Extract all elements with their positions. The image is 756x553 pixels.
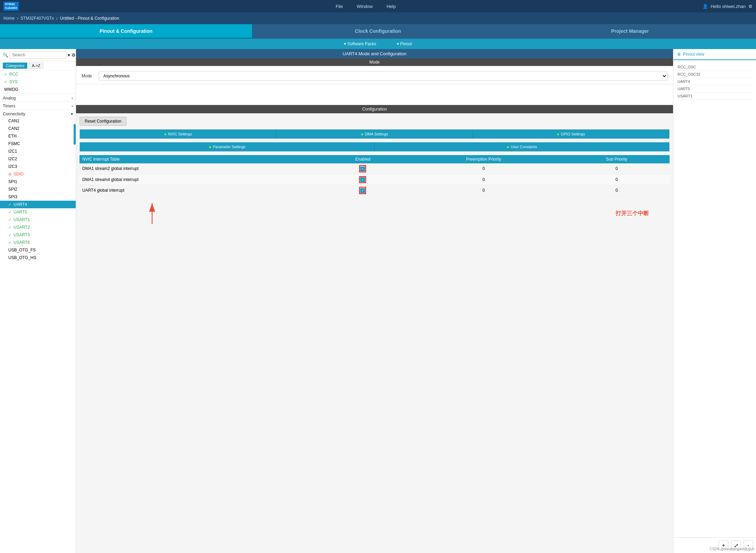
- sidebar-item-eth[interactable]: ETH: [0, 132, 76, 140]
- sidebar-item-uart5[interactable]: ✓ UART5: [0, 208, 76, 216]
- sidebar-item-usart3[interactable]: ✓ USART3: [0, 231, 76, 239]
- sidebar-categories: Categories A->Z: [0, 61, 76, 70]
- sidebar-item-i2c1[interactable]: I2C1: [0, 147, 76, 155]
- sub-bar-software-packs[interactable]: ▾ Software Packs: [344, 41, 376, 46]
- nvic-row-uart4-name: UART4 global interrupt: [80, 185, 322, 196]
- sidebar-section-timers[interactable]: Timers ›: [0, 101, 76, 109]
- sidebar-item-spi2[interactable]: SPI2: [0, 185, 76, 193]
- sidebar-item-label-uart5: UART5: [13, 210, 27, 214]
- menu-help[interactable]: Help: [386, 4, 396, 9]
- mode-row: Mode Asynchronous Synchronous Disable: [82, 71, 668, 80]
- sidebar-item-sdio[interactable]: ⊘ SDIO: [0, 170, 76, 178]
- sidebar-item-label-spi1: SPI1: [8, 179, 17, 184]
- tab-clock[interactable]: Clock Configuration: [252, 24, 504, 39]
- tab-user-constants[interactable]: ● User Constants: [375, 142, 670, 151]
- chevron-right-icon-timers: ›: [72, 104, 73, 108]
- sidebar: 🔍 ▾ ⚙ Categories A->Z ✓ RCC ✓ SYS WWDG A…: [0, 49, 76, 553]
- sidebar-item-label-spi3: SPI3: [8, 194, 17, 199]
- nvic-interrupt-table: NVIC Interrupt Table Enabled Preemption …: [80, 155, 670, 196]
- sidebar-item-can2[interactable]: CAN2: [0, 125, 76, 132]
- search-dropdown-icon[interactable]: ▾: [68, 53, 70, 58]
- breadcrumb-sep-1: ›: [17, 15, 18, 21]
- tab-project-manager[interactable]: Project Manager: [504, 24, 756, 39]
- sidebar-item-sys[interactable]: ✓ SYS: [0, 78, 76, 86]
- top-menu-bar: STM32 CubeMX File Window Help 👤 Hello sh…: [0, 0, 756, 12]
- check-icon-usart3: ✓: [8, 233, 11, 237]
- pinout-label-uart5: UART5: [677, 85, 753, 93]
- search-input[interactable]: [10, 51, 66, 59]
- sidebar-item-label-usart6: USART6: [13, 240, 30, 245]
- sidebar-item-wwdg[interactable]: WWDG: [0, 86, 76, 93]
- az-button[interactable]: A->Z: [29, 63, 43, 69]
- sidebar-item-i2c2[interactable]: I2C2: [0, 155, 76, 163]
- nvic-row-dma1-stream2-name: DMA1 stream2 global interrupt: [80, 163, 322, 174]
- tab-gpio-settings[interactable]: ● GPIO Settings: [473, 130, 669, 139]
- mode-select[interactable]: Asynchronous Synchronous Disable: [99, 71, 668, 80]
- checkbox-highlight-3: ✓: [359, 187, 366, 194]
- sidebar-item-label-usart3: USART3: [13, 232, 30, 237]
- pinout-label-usart1: USART1: [677, 93, 753, 100]
- sidebar-item-label-usart1: USART1: [13, 217, 30, 222]
- sidebar-item-label-uart4: UART4: [13, 202, 27, 207]
- dot-nvic: ●: [164, 131, 167, 137]
- uart-config-header: UART4 Mode and Configuration: [76, 49, 673, 58]
- tab-dma-settings[interactable]: ● DMA Settings: [276, 130, 473, 139]
- sidebar-item-can1[interactable]: CAN1: [0, 117, 76, 125]
- nvic-row-dma1-stream2-preemption: 0: [403, 163, 563, 174]
- reset-configuration-button[interactable]: Reset Configuration: [80, 117, 127, 126]
- sidebar-item-i2c3[interactable]: I2C3: [0, 163, 76, 170]
- settings-icon[interactable]: ⚙: [748, 4, 753, 9]
- categories-button[interactable]: Categories: [3, 63, 27, 69]
- sidebar-item-label-sdio: SDIO: [13, 172, 24, 177]
- sidebar-item-label-usart2: USART2: [13, 225, 30, 230]
- pinout-labels: RCC_OSC RCC_OSC32 UART4 UART5 USART1: [673, 60, 756, 103]
- logo-area: STM32 CubeMX: [3, 2, 19, 11]
- breadcrumb-device[interactable]: STM32F407VGTx: [20, 16, 54, 21]
- checkbox-dma1-stream2[interactable]: ✓: [360, 166, 365, 171]
- app-logo: STM32 CubeMX: [3, 2, 19, 11]
- sub-bar-pinout[interactable]: ▾ Pinout: [397, 41, 412, 46]
- dot-dma: ●: [361, 131, 363, 137]
- tab-parameter-settings[interactable]: ● Parameter Settings: [80, 142, 375, 151]
- scroll-thumb[interactable]: [74, 124, 76, 145]
- nvic-row-dma1-stream2-enabled[interactable]: ✓: [322, 163, 404, 174]
- tab-nvic-settings[interactable]: ● NVIC Settings: [80, 130, 276, 139]
- settings-gear-icon[interactable]: ⚙: [72, 53, 76, 58]
- tab-pinout[interactable]: Pinout & Configuration: [0, 24, 252, 39]
- pinout-view-button[interactable]: 🖥 Pinout view: [673, 49, 756, 60]
- sidebar-item-fsmc[interactable]: FSMC: [0, 140, 76, 147]
- breadcrumb-project[interactable]: Untitled - Pinout & Configuration: [60, 16, 119, 21]
- menu-file[interactable]: File: [336, 4, 343, 9]
- mode-section-header: Mode: [76, 58, 673, 66]
- config-tabs-2: ● Parameter Settings ● User Constants: [80, 142, 670, 152]
- error-icon-sdio: ⊘: [8, 172, 11, 177]
- nvic-row-dma1-stream4-enabled[interactable]: ✓: [322, 174, 404, 185]
- pinout-label-rcc-osc32: RCC_OSC32: [677, 71, 753, 78]
- sidebar-item-spi1[interactable]: SPI1: [0, 178, 76, 185]
- sidebar-section-label-connectivity: Connectivity: [3, 112, 25, 116]
- sidebar-item-usb-otg-hs[interactable]: USB_OTG_HS: [0, 254, 76, 261]
- sidebar-section-connectivity[interactable]: Connectivity ▾: [0, 109, 76, 117]
- checkbox-dma1-stream4[interactable]: ✓: [360, 177, 365, 182]
- sidebar-section-analog[interactable]: Analog ›: [0, 93, 76, 101]
- sidebar-item-label-sys: SYS: [9, 79, 18, 84]
- nvic-row-uart4-enabled[interactable]: ✓: [322, 185, 404, 196]
- sidebar-item-label-i2c1: I2C1: [8, 149, 17, 154]
- pinout-icon: 🖥: [677, 52, 681, 57]
- sidebar-item-usart1[interactable]: ✓ USART1: [0, 216, 76, 223]
- sidebar-item-rcc[interactable]: ✓ RCC: [0, 70, 76, 78]
- menu-window[interactable]: Window: [357, 4, 373, 9]
- sidebar-item-spi3[interactable]: SPI3: [0, 193, 76, 201]
- checkbox-uart4[interactable]: ✓: [360, 188, 365, 193]
- config-body: Reset Configuration ● NVIC Settings ● DM…: [76, 113, 673, 238]
- sidebar-item-usart2[interactable]: ✓ USART2: [0, 223, 76, 231]
- breadcrumb: Home › STM32F407VGTx › Untitled - Pinout…: [0, 12, 756, 24]
- breadcrumb-home[interactable]: Home: [3, 16, 15, 21]
- sidebar-section-label-analog: Analog: [3, 96, 16, 101]
- sidebar-item-usart6[interactable]: ✓ USART6: [0, 239, 76, 246]
- annotation-label: 打开三个中断: [616, 210, 649, 217]
- sidebar-item-usb-otg-fs[interactable]: USB_OTG_FS: [0, 246, 76, 254]
- nvic-col-sub: Sub Priority: [564, 155, 670, 163]
- sidebar-item-uart4[interactable]: ✓ UART4: [0, 201, 76, 208]
- nvic-col-preemption: Preemption Priority: [403, 155, 563, 163]
